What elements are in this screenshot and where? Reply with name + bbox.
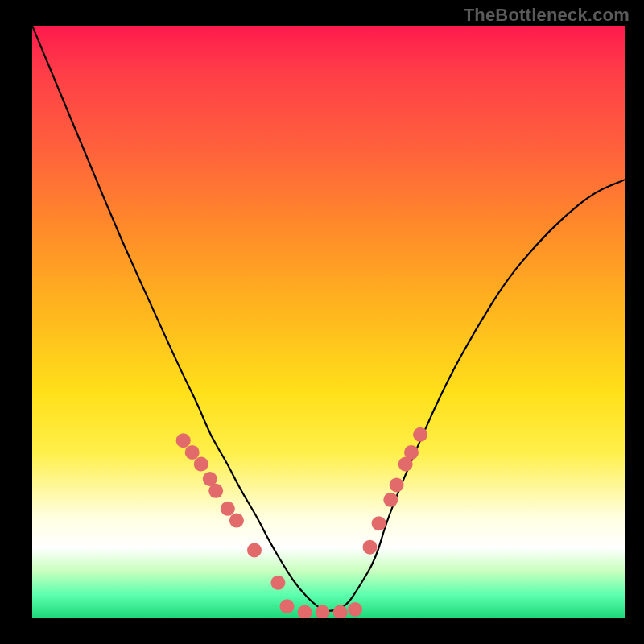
attribution-label: TheBottleneck.com (464, 5, 630, 26)
highlight-dot (247, 543, 262, 557)
chart-frame: TheBottleneck.com (0, 0, 644, 644)
highlight-dot (363, 540, 378, 555)
highlight-dot (194, 457, 208, 472)
highlight-dot (176, 433, 191, 448)
highlight-dot (229, 514, 244, 528)
highlight-dot (221, 502, 235, 516)
highlight-dot (372, 516, 386, 530)
curve-path (32, 26, 625, 611)
highlight-dot (208, 484, 223, 498)
bottleneck-curve (32, 26, 625, 618)
plot-area (32, 26, 625, 618)
highlight-dot (333, 605, 348, 618)
highlight-dot (348, 602, 362, 617)
highlight-dot (280, 599, 295, 613)
highlight-dot (270, 576, 285, 590)
highlight-dot (185, 445, 200, 460)
highlight-dot (413, 427, 427, 442)
highlight-dot (298, 605, 312, 618)
highlight-dot (404, 445, 419, 460)
highlight-dots (176, 427, 427, 618)
highlight-dot (383, 493, 398, 507)
highlight-dot (390, 477, 404, 492)
